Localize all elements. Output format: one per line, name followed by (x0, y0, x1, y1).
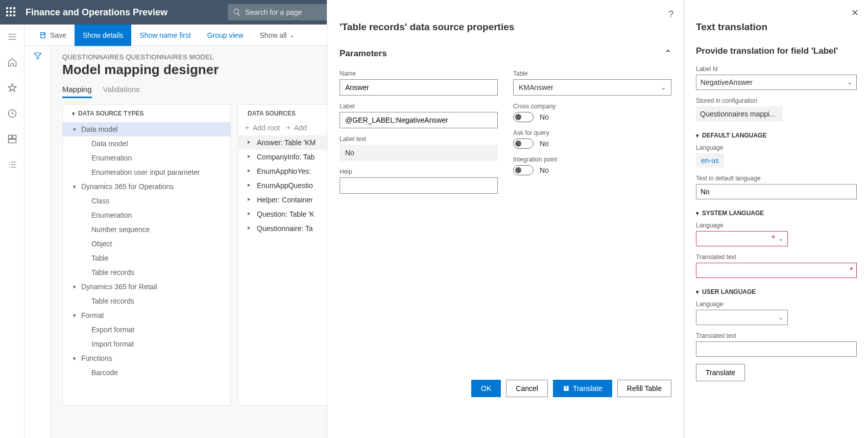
system-language-field: Language *⌄ (696, 222, 857, 246)
properties-dialog: ? 'Table records' data source properties… (327, 0, 684, 438)
search-input[interactable]: Search for a page (228, 4, 330, 20)
tree-item[interactable]: Export format (63, 322, 230, 337)
favorites-button[interactable] (4, 80, 20, 96)
recent-button[interactable] (4, 105, 20, 122)
close-button[interactable]: ✕ (851, 7, 859, 18)
translate-icon (563, 385, 570, 392)
help-input[interactable] (340, 177, 498, 194)
list-icon (7, 159, 17, 170)
svg-rect-1 (8, 135, 12, 139)
translation-title: Text translation (696, 21, 857, 33)
system-translated-field: Translated text * (696, 253, 857, 278)
help-icon[interactable]: ? (668, 9, 673, 20)
group-view-button[interactable]: Group view (199, 25, 252, 46)
tree-item[interactable]: Enumeration user input parameter (63, 165, 230, 179)
tree-item[interactable]: Table (63, 251, 230, 265)
label-id-select[interactable]: NegativeAnswer⌄ (696, 75, 857, 90)
data-source-item[interactable]: ▸Answer: Table 'KM (238, 135, 329, 150)
name-input[interactable] (340, 79, 498, 96)
tree-item[interactable]: Class (63, 194, 230, 208)
data-source-item[interactable]: ▸CompanyInfo: Tab (238, 150, 329, 164)
parameters-section-header[interactable]: Parameters ⌃ (340, 48, 671, 63)
label-field: Label (340, 103, 498, 128)
add-button[interactable]: ＋ Add (285, 123, 307, 132)
chevron-up-icon: ⌃ (664, 48, 671, 59)
tree-item[interactable]: Data model (63, 136, 230, 151)
tree-item[interactable]: Import format (63, 337, 230, 351)
tree-item[interactable]: Object (63, 237, 230, 251)
save-button[interactable]: Save (31, 25, 75, 46)
data-source-item[interactable]: ▸EnumAppNoYes: (238, 164, 329, 178)
system-translated-input[interactable]: * (696, 263, 857, 278)
tree-item[interactable]: ▾Dynamics 365 for Retail (63, 280, 230, 294)
tree-item[interactable]: Barcode (63, 365, 230, 380)
data-source-item[interactable]: ▸Questionnaire: Ta (238, 221, 329, 236)
filter-icon[interactable] (33, 51, 42, 60)
label-input[interactable] (340, 112, 498, 128)
tree-item[interactable]: Enumeration (63, 151, 230, 165)
tree-item[interactable]: ▾Data model (63, 122, 230, 136)
star-icon (7, 83, 17, 93)
dst-tree[interactable]: ▾Data modelData modelEnumerationEnumerat… (63, 121, 230, 405)
user-language-field: Language ⌄ (696, 301, 857, 325)
data-source-item[interactable]: ▸EnumAppQuestio (238, 178, 329, 193)
svg-rect-2 (12, 135, 16, 139)
table-select[interactable]: KMAnswer⌄ (513, 79, 671, 96)
dst-header: ▾DATA SOURCE TYPES (63, 105, 230, 121)
text-default-field: Text in default language (696, 175, 857, 199)
refill-table-button[interactable]: Refill Table (617, 380, 671, 397)
search-icon (233, 8, 241, 16)
menu-button[interactable] (4, 29, 20, 45)
default-lang-header[interactable]: ▾DEFAULT LANGUAGE (696, 132, 857, 139)
workspace-button[interactable] (4, 131, 20, 147)
home-icon (7, 57, 17, 67)
user-lang-header[interactable]: ▾USER LANGUAGE (696, 288, 857, 295)
help-field: Help (340, 168, 498, 194)
chevron-down-icon: ⌄ (778, 314, 783, 321)
stored-value: Questionnaires mappi... (696, 106, 783, 122)
clock-icon (7, 108, 17, 119)
default-language-field: Language en-us (696, 144, 857, 168)
ds-toolbar: ＋ Add root ＋ Add (238, 121, 329, 134)
search-placeholder: Search for a page (245, 8, 302, 16)
stored-in-config-field: Stored in configuration Questionnaires m… (696, 97, 857, 122)
waffle-icon[interactable] (6, 7, 16, 17)
tree-item[interactable]: ▾Dynamics 365 for Operations (63, 179, 230, 194)
system-language-select[interactable]: *⌄ (696, 231, 788, 246)
translate-action-button[interactable]: Translate (696, 364, 745, 381)
show-details-button[interactable]: Show details (75, 25, 131, 46)
tab-validations[interactable]: Validations (103, 85, 140, 98)
label-id-field: Label Id NegativeAnswer⌄ (696, 65, 857, 90)
text-default-input[interactable] (696, 184, 857, 199)
user-language-select[interactable]: ⌄ (696, 310, 788, 325)
ds-header: DATA SOURCES (238, 105, 329, 121)
show-all-button[interactable]: Show all⌄ (252, 25, 303, 46)
app-title: Finance and Operations Preview (26, 7, 167, 18)
system-lang-header[interactable]: ▾SYSTEM LANGUAGE (696, 210, 857, 217)
home-button[interactable] (4, 54, 20, 71)
tree-item[interactable]: Number sequence (63, 222, 230, 237)
ds-tree[interactable]: ▸Answer: Table 'KM▸CompanyInfo: Tab▸Enum… (238, 134, 329, 405)
tab-mapping[interactable]: Mapping (62, 85, 92, 98)
table-field: Table KMAnswer⌄ (513, 70, 671, 96)
user-translated-input[interactable] (696, 341, 857, 357)
cancel-button[interactable]: Cancel (506, 380, 548, 397)
tree-item[interactable]: Table records (63, 265, 230, 280)
ask-query-toggle[interactable] (513, 139, 534, 149)
add-root-button[interactable]: ＋ Add root (244, 123, 280, 132)
tree-item[interactable]: ▾Format (63, 308, 230, 322)
data-source-item[interactable]: ▸Helper: Container (238, 193, 329, 207)
svg-rect-3 (8, 140, 16, 143)
cross-company-toggle[interactable] (513, 112, 534, 122)
integration-toggle[interactable] (513, 165, 534, 175)
translate-button[interactable]: Translate (553, 380, 612, 397)
tree-item[interactable]: Enumeration (63, 208, 230, 222)
ok-button[interactable]: OK (471, 380, 501, 397)
data-source-item[interactable]: ▸Question: Table 'K (238, 207, 329, 221)
tree-item[interactable]: ▾Functions (63, 351, 230, 365)
user-translated-field: Translated text (696, 332, 857, 357)
hamburger-icon (7, 32, 17, 42)
tree-item[interactable]: Table records (63, 294, 230, 308)
modules-button[interactable] (4, 156, 20, 173)
show-name-first-button[interactable]: Show name first (131, 25, 199, 46)
